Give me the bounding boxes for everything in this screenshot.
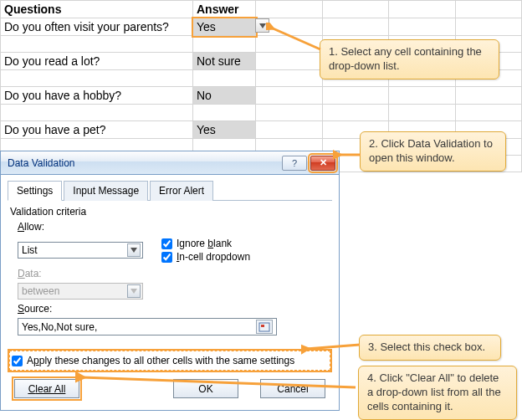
svg-line-2 [306, 345, 360, 349]
cell-answer[interactable]: Not sure [193, 53, 256, 70]
cell-answer[interactable] [193, 105, 256, 121]
empty-header [455, 1, 522, 18]
cell-question[interactable] [1, 70, 193, 87]
header-questions: Questions [1, 1, 193, 18]
ignore-blank-checkbox[interactable] [161, 238, 172, 249]
callout-2: 2. Click Data Validation to open this wi… [360, 131, 506, 172]
dialog-titlebar[interactable]: Data Validation ? ✕ [1, 151, 339, 175]
tab-settings[interactable]: Settings [8, 181, 62, 201]
data-combo: between [18, 283, 143, 300]
cell-answer[interactable]: Yes [193, 121, 256, 139]
source-label: Source: [18, 303, 332, 315]
arrow-2 [333, 146, 365, 163]
cell-answer[interactable] [193, 70, 256, 87]
incell-dropdown-label: In-cell dropdown [177, 251, 250, 263]
data-label: Data: [18, 268, 332, 279]
allow-value: List [22, 244, 38, 256]
allow-label: Allow: [18, 221, 332, 233]
cell-question[interactable]: Do you have a hobby? [1, 87, 193, 105]
header-answer: Answer [193, 1, 256, 18]
svg-line-3 [82, 377, 356, 387]
cell-question[interactable]: Do you read a lot? [1, 53, 193, 70]
cell-question[interactable]: Do you have a pet? [1, 121, 193, 139]
chevron-down-icon [127, 284, 141, 298]
incell-dropdown-checkbox[interactable] [161, 252, 172, 263]
apply-all-label: Apply these changes to all other cells w… [27, 355, 294, 366]
apply-changes-row: Apply these changes to all other cells w… [9, 351, 330, 371]
empty-header [322, 1, 389, 18]
cell-answer-selected[interactable]: Yes [193, 18, 256, 36]
cell-question[interactable] [1, 105, 193, 121]
dialog-tabs: Settings Input Message Error Alert [8, 180, 332, 201]
close-button[interactable]: ✕ [310, 156, 335, 171]
source-input[interactable]: Yes,No,Not sure, [18, 318, 277, 335]
callout-1: 1. Select any cell containing the drop-d… [320, 39, 499, 79]
range-picker-icon [258, 322, 270, 332]
empty-header [389, 1, 456, 18]
cell-answer[interactable]: No [193, 87, 256, 105]
empty-header [256, 1, 323, 18]
arrow-3 [301, 339, 364, 356]
range-picker-button[interactable] [256, 320, 273, 334]
chevron-down-icon [127, 243, 141, 257]
cell-question[interactable]: Do you often visit your parents? [1, 18, 193, 36]
ignore-blank-label: Ignore blank [177, 238, 232, 249]
svg-rect-5 [261, 325, 264, 327]
callout-3: 3. Select this check box. [359, 335, 501, 361]
question-icon: ? [292, 158, 297, 168]
clear-all-button[interactable]: Clear All [14, 379, 79, 398]
source-value: Yes,No,Not sure, [22, 321, 97, 333]
dialog-title: Data Validation [8, 157, 282, 169]
data-value: between [22, 285, 59, 297]
allow-combo[interactable]: List [18, 242, 143, 259]
close-icon: ✕ [320, 157, 327, 168]
cell-answer[interactable] [193, 36, 256, 53]
tab-error-alert[interactable]: Error Alert [150, 181, 213, 201]
apply-all-checkbox[interactable] [12, 356, 23, 366]
callout-4: 4. Click "Clear All" to delete a drop-do… [358, 366, 517, 420]
chevron-down-icon [259, 23, 266, 28]
tab-input-message[interactable]: Input Message [64, 181, 148, 201]
arrow-1 [266, 23, 325, 56]
cell-question[interactable] [1, 36, 193, 53]
svg-line-0 [271, 28, 320, 49]
help-button[interactable]: ? [282, 156, 307, 171]
validation-criteria-label: Validation criteria [10, 206, 332, 218]
arrow-4 [75, 372, 360, 397]
